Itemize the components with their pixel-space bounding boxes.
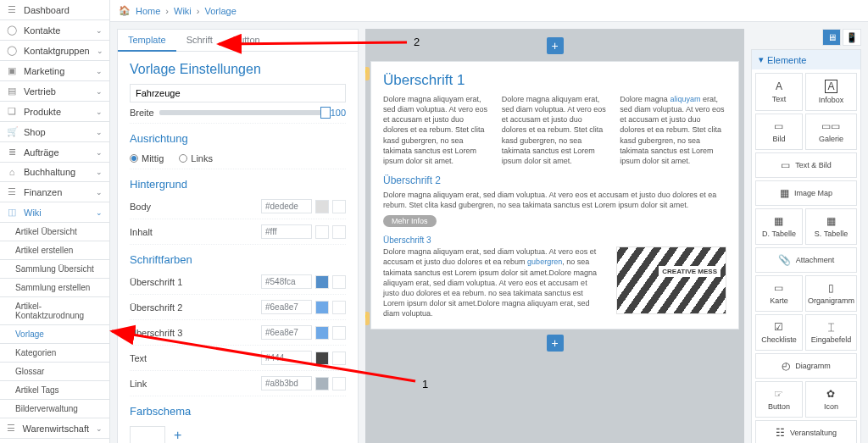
- element-veranstaltung[interactable]: ☷Veranstaltung: [755, 420, 857, 443]
- element-checkliste[interactable]: ☑Checkliste: [755, 314, 803, 351]
- color-reset[interactable]: [332, 301, 346, 314]
- color-reset[interactable]: [332, 275, 346, 289]
- template-name-input[interactable]: [130, 84, 346, 102]
- colorscheme-slot[interactable]: [130, 426, 165, 443]
- color-swatch[interactable]: [315, 200, 329, 213]
- color-reset[interactable]: [332, 352, 346, 365]
- home-icon[interactable]: 🏠: [119, 5, 131, 16]
- subnav-sammlung-erstellen[interactable]: Sammlung erstellen: [0, 279, 109, 297]
- color-reset[interactable]: [332, 377, 346, 390]
- color-swatch[interactable]: [315, 377, 329, 390]
- color-reset[interactable]: [332, 200, 346, 213]
- element-button[interactable]: ☞Button: [755, 381, 803, 418]
- tab-schrift[interactable]: Schrift: [176, 30, 223, 51]
- preview-col3: Dolore magna aliquyam erat, sed diam vol…: [620, 94, 726, 166]
- subnav-bilderverwaltung[interactable]: Bilderverwaltung: [0, 400, 109, 418]
- tab-button[interactable]: Button: [223, 30, 270, 51]
- color-input[interactable]: [261, 224, 312, 239]
- nav-shop[interactable]: 🛒Shop⌄: [0, 122, 109, 142]
- breadcrumb-wiki[interactable]: Wiki: [174, 6, 192, 16]
- nav-icon: ⌂: [7, 167, 17, 177]
- color-swatch[interactable]: [315, 352, 329, 365]
- chevron-icon: ⌄: [96, 168, 103, 176]
- element-eingabefeld[interactable]: ⌶Eingabefeld: [805, 314, 857, 351]
- nav-marketing[interactable]: ▣Marketing⌄: [0, 61, 109, 81]
- nav-vertrieb[interactable]: ▤Vertrieb⌄: [0, 81, 109, 102]
- subnav-kategorien[interactable]: Kategorien: [0, 344, 109, 363]
- element-s-tabelle[interactable]: ▦S. Tabelle: [805, 208, 857, 245]
- color-input[interactable]: [261, 300, 312, 314]
- nav-dashboard[interactable]: ☰Dashboard: [0, 0, 109, 20]
- element-icon: ▯: [828, 282, 834, 294]
- subnav-artikel-kontaktzurodnung[interactable]: Artikel-Kontaktzurodnung: [0, 297, 109, 325]
- align-mittig[interactable]: Mittig: [130, 153, 164, 163]
- subnav-vorlage[interactable]: Vorlage: [0, 325, 109, 344]
- color-swatch[interactable]: [315, 275, 329, 289]
- subnav-artikel-tags[interactable]: Artikel Tags: [0, 381, 109, 400]
- element-bild[interactable]: ▭Bild: [755, 114, 803, 150]
- chevron-icon: ⌄: [97, 47, 103, 55]
- nav-buchhaltung[interactable]: ⌂Buchhaltung⌄: [0, 163, 109, 182]
- nav-icon: ◯: [7, 25, 17, 36]
- color-input[interactable]: [261, 325, 312, 340]
- chevron-icon: ⌄: [96, 108, 103, 116]
- subnav-artikel-übersicht[interactable]: Artikel Übersicht: [0, 223, 109, 241]
- nav-kontaktgruppen[interactable]: ◯Kontaktgruppen⌄: [0, 41, 109, 61]
- breadcrumb-current[interactable]: Vorlage: [204, 6, 236, 16]
- element-icon: ▭: [781, 159, 790, 171]
- color-input[interactable]: [261, 274, 312, 289]
- element-infobox[interactable]: AInfobox: [805, 73, 857, 111]
- chevron-icon: ⌄: [96, 87, 103, 96]
- nav-wiki[interactable]: ◫Wiki⌄: [0, 202, 109, 223]
- hint-icon[interactable]: 💡: [365, 67, 370, 80]
- chevron-icon: ⌄: [96, 188, 103, 197]
- hint-icon-2[interactable]: 💡: [365, 312, 370, 325]
- color-input[interactable]: [261, 376, 312, 390]
- element-organigramm[interactable]: ▯Organigramm: [805, 275, 857, 312]
- element-karte[interactable]: ▭Karte: [755, 275, 803, 312]
- color-swatch[interactable]: [315, 225, 329, 239]
- nav-produkte[interactable]: ❏Produkte⌄: [0, 102, 109, 122]
- tab-template[interactable]: Template: [118, 30, 176, 52]
- nav-warenwirtschaft[interactable]: ☰Warenwirtschaft⌄: [0, 418, 109, 439]
- device-mobile[interactable]: 📱: [843, 29, 861, 46]
- add-row-top[interactable]: +: [547, 37, 564, 54]
- element-attachment[interactable]: 📎Attachment: [755, 247, 857, 273]
- color-input[interactable]: [261, 351, 312, 365]
- nav-kontakte[interactable]: ◯Kontakte⌄: [0, 20, 109, 41]
- width-slider[interactable]: [159, 110, 326, 115]
- element-image-map[interactable]: ▦Image Map: [755, 180, 857, 206]
- add-colorscheme[interactable]: +: [174, 428, 181, 443]
- element-text[interactable]: AText: [755, 73, 803, 111]
- element-icon: ▭: [774, 120, 783, 132]
- nav-finanzen[interactable]: ☰Finanzen⌄: [0, 182, 109, 202]
- breadcrumb: 🏠 Home › Wiki › Vorlage: [110, 0, 868, 22]
- template-settings-panel: Template Schrift Button Vorlage Einstell…: [117, 29, 359, 443]
- nav-icon: 🛒: [7, 126, 17, 137]
- element-icon[interactable]: ✿Icon: [805, 381, 857, 418]
- element-galerie[interactable]: ▭▭Galerie: [805, 114, 857, 150]
- section-background: Hintergrund: [130, 178, 346, 191]
- element-d-tabelle[interactable]: ▦D. Tabelle: [755, 208, 803, 245]
- alignment-options: Mittig Links: [130, 148, 346, 169]
- element-text-bild[interactable]: ▭Text & Bild: [755, 152, 857, 178]
- sidebar: ☰Dashboard◯Kontakte⌄◯Kontaktgruppen⌄▣Mar…: [0, 0, 110, 443]
- element-diagramm[interactable]: ◴Diagramm: [755, 353, 857, 379]
- color-swatch[interactable]: [315, 326, 329, 340]
- breadcrumb-home[interactable]: Home: [136, 6, 160, 16]
- more-button[interactable]: Mehr Infos: [383, 215, 437, 227]
- align-links[interactable]: Links: [179, 153, 213, 163]
- nav-seminare[interactable]: ☰Seminare⌄: [0, 439, 109, 443]
- device-desktop[interactable]: 🖥: [822, 29, 841, 46]
- subnav-sammlung-übersicht[interactable]: Sammlung Übersicht: [0, 260, 109, 279]
- color-input[interactable]: [261, 199, 312, 213]
- color-swatch[interactable]: [315, 301, 329, 314]
- canvas[interactable]: 💡 Überschrift 1 Dolore magna aliquyam er…: [370, 61, 739, 329]
- subnav-artikel-erstellen[interactable]: Artikel erstellen: [0, 241, 109, 260]
- color-reset[interactable]: [332, 326, 346, 340]
- accordion-elements[interactable]: ▾Elemente: [752, 50, 860, 69]
- color-reset[interactable]: [332, 225, 346, 239]
- subnav-glossar[interactable]: Glossar: [0, 363, 109, 381]
- nav-aufträge[interactable]: ≣Aufträge⌄: [0, 142, 109, 163]
- add-row-bottom[interactable]: +: [547, 335, 564, 352]
